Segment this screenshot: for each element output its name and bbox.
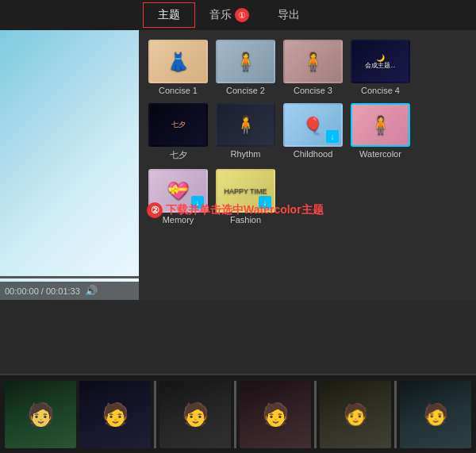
theme-label-watercolor: Watercolor [359, 149, 401, 159]
annotation: ② 下载并单击选中Watercolor主题 [147, 202, 324, 218]
theme-item-concise3[interactable]: 🧍 Concise 3 [283, 40, 343, 95]
annotation-text: 下载并单击选中Watercolor主题 [166, 203, 324, 217]
theme-panel: 👗 Concise 1 🧍 Concise 2 🧍 [139, 30, 476, 300]
theme-grid: 👗 Concise 1 🧍 Concise 2 🧍 [148, 40, 466, 225]
theme-item-concise2[interactable]: 🧍 Concise 2 [216, 40, 275, 95]
theme-item-qixi[interactable]: 七夕 七夕 [148, 103, 208, 161]
theme-thumb-concise3[interactable]: 🧍 [283, 40, 343, 83]
main-area: 00:00:00 / 00:01:33 🔊 👗 Concise 1 🧍 [0, 30, 476, 300]
tab-export[interactable]: 导出 [263, 3, 314, 27]
video-preview: 00:00:00 / 00:01:33 🔊 [0, 30, 139, 300]
theme-item-watercolor[interactable]: 🧍 Watercolor [351, 103, 410, 161]
tab-export-label: 导出 [278, 8, 300, 21]
theme-thumb-concise4[interactable]: 🌙 会成主题... [351, 40, 410, 83]
top-bar: 主题 音乐 ① 导出 [0, 0, 476, 30]
theme-item-concise1[interactable]: 👗 Concise 1 [148, 40, 208, 95]
volume-icon[interactable]: 🔊 [85, 285, 98, 297]
theme-label-concise3: Concise 3 [294, 86, 332, 95]
theme-label-concise4: Concise 4 [361, 86, 400, 95]
theme-thumb-concise2[interactable]: 🧍 [216, 40, 275, 83]
film-thumb-6[interactable]: 🧑 [400, 381, 471, 448]
tab-music-label: 音乐 [209, 8, 232, 22]
theme-label-concise2: Concise 2 [226, 86, 265, 95]
theme-thumb-rhythm[interactable]: 🧍 [216, 103, 275, 147]
filmstrip-separator-2 [234, 381, 236, 448]
filmstrip-separator-4 [394, 381, 397, 448]
theme-label-qixi: 七夕 [170, 149, 187, 161]
film-thumb-1[interactable]: 🧑 [5, 381, 76, 448]
tab-theme-label: 主题 [158, 8, 180, 21]
filmstrip-separator-1 [154, 381, 156, 448]
film-thumb-5[interactable]: 🧑 [320, 381, 391, 448]
film-thumb-2[interactable]: 🧑 [79, 381, 151, 448]
annotation-badge: ② [147, 202, 163, 218]
theme-label-rhythm: Rhythm [231, 149, 261, 159]
film-thumb-3[interactable]: 🧑 [159, 381, 231, 448]
video-controls: 00:00:00 / 00:01:33 🔊 [0, 282, 139, 300]
theme-item-rhythm[interactable]: 🧍 Rhythm [216, 103, 275, 161]
theme-label-concise1: Concise 1 [159, 86, 198, 95]
filmstrip: 🧑 🧑 🧑 🧑 🧑 🧑 [0, 374, 476, 453]
theme-item-concise4[interactable]: 🌙 会成主题... Concise 4 [351, 40, 410, 95]
download-icon-childhood: ↓ [326, 130, 339, 143]
theme-label-childhood: Childhood [294, 149, 333, 159]
theme-thumb-qixi[interactable]: 七夕 [148, 103, 208, 147]
theme-thumb-childhood[interactable]: 🎈 ↓ [283, 103, 343, 147]
tab-badge: ① [235, 8, 249, 22]
film-thumb-4[interactable]: 🧑 [240, 381, 311, 448]
filmstrip-separator-3 [314, 381, 317, 448]
tab-music[interactable]: 音乐 ① [195, 3, 263, 27]
progress-bar-container[interactable] [0, 276, 139, 278]
theme-item-childhood[interactable]: 🎈 ↓ Childhood [283, 103, 343, 161]
tab-theme[interactable]: 主题 [143, 2, 195, 28]
theme-thumb-watercolor[interactable]: 🧍 [351, 103, 410, 147]
time-display: 00:00:00 / 00:01:33 [5, 286, 80, 296]
theme-thumb-concise1[interactable]: 👗 [148, 40, 208, 83]
